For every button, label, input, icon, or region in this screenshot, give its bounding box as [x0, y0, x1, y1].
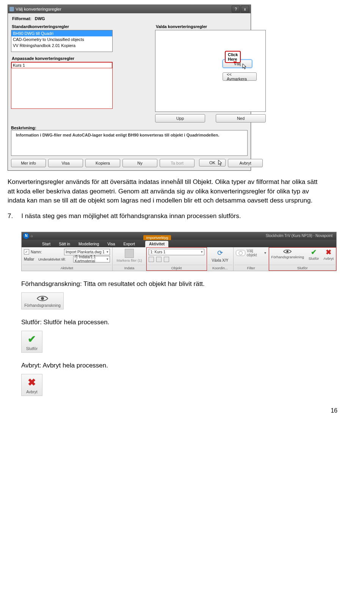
tab-modellering[interactable]: Modellering [75, 241, 103, 247]
home-icon[interactable]: ⌂ [31, 234, 33, 238]
filter-chip: ◯ [236, 250, 245, 256]
forhandsgranskning-line: Förhandsgranskning: Titta om resultatet … [21, 280, 325, 288]
app-icon [9, 7, 14, 11]
chevron-down-icon[interactable]: ▾ [107, 250, 108, 254]
chevron-down-icon[interactable]: ▾ [201, 250, 203, 254]
check-icon: ✔ [311, 249, 317, 256]
objekt-sub-icon[interactable] [164, 257, 169, 262]
ned-button[interactable]: Ned [216, 114, 266, 122]
list-item[interactable]: Kurs 1 [11, 62, 112, 68]
dialog-titlebar: Välj konverteringsregler ? x [8, 5, 251, 13]
ny-button[interactable]: Ny [122, 159, 157, 167]
forhandsgranskning-button[interactable]: Förhandsgranskning [271, 249, 304, 259]
context-tab-sup: Importverktyg [143, 235, 171, 240]
objekt-dropdown[interactable]: 1: Kurs 1 ▾ [149, 249, 204, 255]
left-column: Standardkonverteringsregler BH90 DWG til… [11, 23, 113, 122]
tabort-button[interactable]: Ta bort [160, 159, 195, 167]
svg-point-0 [287, 250, 289, 253]
forhandsgranskning-label: Förhandsgranskning [271, 255, 304, 259]
svg-point-1 [41, 297, 44, 300]
group-label-filter: Filter [234, 265, 268, 270]
ribbon-row: ✓ Namn: Import Plankarta.dwg 1 ▾ Mallar … [22, 247, 336, 271]
tab-export[interactable]: Export [120, 241, 139, 247]
close-button[interactable]: x [241, 6, 249, 13]
slutfor-label: Slutför [26, 346, 38, 351]
forhandsgranskning-label: Förhandsgranskning [24, 303, 61, 308]
slutfor-label: Slutför [309, 256, 319, 261]
step-text: I nästa steg ges man möjlighet att förha… [21, 212, 241, 221]
filformat-value: DWG [35, 16, 45, 21]
dialog-body: Filformat: DWG Standardkonverteringsregl… [8, 13, 251, 170]
vaxla-xy-label: Växla X/Y [212, 258, 228, 262]
vaxla-xy-button[interactable]: ⟳ Växla X/Y [209, 249, 231, 262]
avbryt-label: Avbryt [26, 389, 38, 394]
tab-visa[interactable]: Visa [104, 241, 119, 247]
avbryt-button-large[interactable]: ✖ Avbryt [21, 374, 42, 396]
avmarkera-button[interactable]: << Avmarkera [223, 72, 257, 81]
ribbon-group-aktivitet: ✓ Namn: Import Plankarta.dwg 1 ▾ Mallar … [22, 247, 113, 271]
avbryt-button[interactable]: Avbryt [228, 159, 263, 167]
page-number: 16 [8, 407, 341, 414]
avbryt-label: Avbryt [323, 256, 334, 261]
forhandsgranskning-button-large[interactable]: Förhandsgranskning [21, 292, 64, 309]
valj-objekt-label: Välj objekt [247, 249, 263, 257]
group-label-slutfor: Slutför [270, 265, 335, 270]
slutfor-button[interactable]: ✔ Slutför [309, 249, 319, 261]
tab-satt-in[interactable]: Sätt in [55, 241, 74, 247]
paragraph-konverteringsregler: Konverteringsregler används för att över… [8, 177, 326, 206]
slutfor-line: Slutför: Slutför hela processen. [21, 319, 325, 326]
group-label-indata: Indata [113, 265, 146, 270]
merinfo-button[interactable]: Mer info [11, 159, 46, 167]
help-button[interactable]: ? [232, 6, 240, 13]
underaktivitet-input[interactable]: /1 Indata/1.1 Kartmaterial ▾ [73, 256, 110, 262]
upp-button[interactable]: Upp [155, 114, 205, 122]
check-icon[interactable]: ✓ [24, 249, 29, 254]
files-icon [125, 249, 134, 258]
valj-objekt-dropdown[interactable]: ◯ Välj objekt ▾ [236, 249, 266, 257]
valda-rules-list[interactable] [155, 30, 266, 112]
std-rules-list[interactable]: BH90 DWG till Quadri CAD-Geometry to Unc… [11, 30, 113, 52]
underaktivitet-value: /1 Indata/1.1 Kartmaterial [75, 255, 107, 263]
visa-button[interactable]: Visa [48, 159, 83, 167]
group-label-objekt: Objekt [147, 265, 206, 270]
group-label-aktivitet: Aktivitet [22, 265, 111, 270]
chevron-down-icon[interactable]: ▾ [107, 257, 108, 261]
eye-icon [37, 295, 48, 302]
custom-rules-list[interactable]: Kurs 1 [11, 62, 113, 109]
ribbon-group-slutfor: Förhandsgranskning ✔ Slutför ✖ Avbryt Sl… [269, 247, 336, 271]
objekt-value: 1: Kurs 1 [150, 250, 165, 254]
filformat-row: Filformat: DWG [11, 16, 248, 22]
ribbon-titlebar: N ⌂ Stockholm TrV (Kurs NP19) · Novapoin… [22, 232, 336, 240]
namn-input[interactable]: Import Plankarta.dwg 1 ▾ [64, 249, 110, 255]
markera-filer-label: Markera filer (1) [117, 259, 142, 262]
kopiera-button[interactable]: Kopiera [85, 159, 120, 167]
mallar-label[interactable]: Mallar [24, 257, 37, 261]
app-badge-icon: N [23, 233, 29, 239]
objekt-sub-icon[interactable] [149, 257, 154, 262]
beskrivning-text: Information i DWG-filer med AutoCAD-lage… [16, 133, 219, 137]
beskrivning-box: Information i DWG-filer med AutoCAD-lage… [11, 130, 248, 156]
ribbon-group-koordin: ⟳ Växla X/Y Koordin... [207, 247, 234, 271]
tab-start[interactable]: Start [38, 241, 54, 247]
avbryt-line: Avbryt: Avbryt hela processen. [21, 362, 325, 369]
namn-label: Namn: [31, 250, 63, 254]
dialog-footer: Mer info Visa Kopiera Ny Ta bort OK Avbr… [11, 159, 248, 167]
list-item[interactable]: VV Ritningshandbok 2.01 Kopiera [11, 42, 112, 49]
tab-aktivitet[interactable]: Aktivitet [145, 241, 168, 247]
markera-filer-button[interactable]: Markera filer (1) [115, 249, 144, 262]
cross-icon: ✖ [326, 249, 331, 256]
slutfor-button-large[interactable]: ✔ Slutför [21, 331, 42, 353]
group-label-koordin: Koordin... [208, 265, 232, 270]
chevron-down-icon[interactable]: ▾ [264, 251, 266, 255]
list-item[interactable]: BH90 DWG till Quadri [11, 30, 112, 36]
konverteringsregler-dialog: Välj konverteringsregler ? x Filformat: … [8, 5, 251, 171]
objekt-sub-icon[interactable] [156, 257, 162, 262]
avbryt-button[interactable]: ✖ Avbryt [323, 249, 334, 261]
dialog-title: Välj konverteringsregler [16, 7, 231, 11]
ribbon-screenshot: N ⌂ Stockholm TrV (Kurs NP19) · Novapoin… [21, 232, 337, 271]
click-here-callout: Click Here [225, 51, 241, 63]
filformat-label: Filformat: [12, 16, 31, 21]
step-number: 7. [8, 212, 13, 221]
valda-rules-label: Valda konverteringsregler [155, 23, 266, 30]
list-item[interactable]: CAD-Geometry to Unclassified objects [11, 36, 112, 42]
